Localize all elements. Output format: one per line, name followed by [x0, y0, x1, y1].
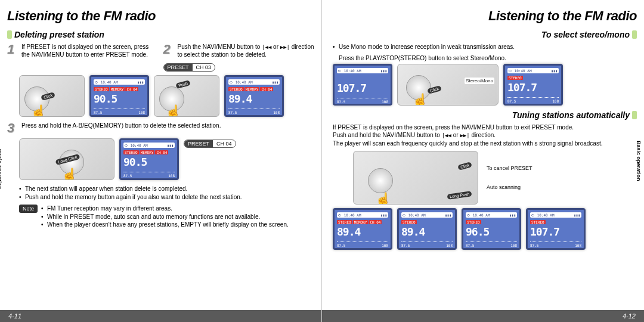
lcd-screen: ⏲ 10:40 AM▮▮▮ STEREO 107.7 87.5108 — [503, 64, 563, 106]
note-item: FM Tuner reception may vary in different… — [41, 205, 289, 213]
section-bullet — [7, 30, 12, 39]
lcd-screen: ⏲ 10:40 AM▮▮▮ STEREO 107.7 87.5108 — [526, 208, 586, 250]
lcd-screen: ⏲ 10:40 AM▮▮▮ STEREO 89.4 87.5108 — [397, 208, 457, 250]
lcd-screen: ⏲ 10:40 AM▮▮▮ 107.7 87.5108 — [333, 64, 392, 106]
section-tuning-auto: Tuning stations automatically If PRESET … — [329, 110, 637, 250]
step-number-2: 2 — [163, 43, 174, 58]
device-illustration: Click☝ — [19, 75, 85, 117]
page-footer-right: 4-12 — [322, 310, 644, 322]
lcd-screen: ⏲ 10:40 AM▮▮▮ STEREOMEMORYCH 04 90.5 87.… — [119, 138, 179, 180]
device-illustration: Push☝ — [154, 75, 219, 117]
device-illustration: Click ☝ Stereo/Mono — [397, 64, 499, 106]
bullet-item: Push and hold the memory button again if… — [19, 193, 314, 202]
section-title-stereo: To select stereo/mono — [541, 30, 630, 39]
device-illustration: Click Long Push ☝ — [353, 151, 478, 205]
auto-scanning-label: Auto scanning — [487, 184, 532, 190]
long-push-badge: Long Push — [447, 191, 472, 200]
note-item: When the player doesn't have any preset … — [41, 221, 289, 229]
hand-icon: ☝ — [165, 104, 181, 117]
cancel-preset-label: To cancel PRESET — [487, 165, 532, 171]
push-badge: Push — [175, 80, 190, 89]
section-title-tuning: Tuning stations automatically — [512, 110, 630, 120]
click-badge: Click — [457, 162, 472, 171]
section-title-delete: Deleting preset station — [14, 30, 104, 39]
note-item: While in PRESET mode, auto scan and auto… — [41, 213, 289, 221]
lcd-screen: ⏲ 10:40 AM▮▮▮ STEREO 96.5 87.5108 — [462, 208, 521, 250]
section-deleting-preset: Deleting preset station 1 If PRESET is n… — [7, 30, 314, 229]
lcd-screen: ⏲ 10:40 AM▮▮▮ STEREOMEMORYCH 04 89.4 87.… — [333, 208, 392, 250]
lcd-screen: ⏲ 10:40 AM▮▮▮ STEREOMEMORYCH 04 90.5 87.… — [89, 75, 149, 117]
stereo-mono-label: Stereo/Mono — [465, 78, 494, 84]
stereo-line2: Press the PLAY/STOP(STEREO) button to se… — [339, 55, 637, 61]
prev-track-icon: |◀◀ — [262, 44, 271, 51]
side-tab-right: Basic operation — [636, 141, 642, 149]
note-block: Note FM Tuner reception may vary in diff… — [19, 205, 314, 229]
side-tab-left: Basic operation — [0, 149, 2, 157]
page-title-left: Listening to the FM radio — [7, 8, 314, 24]
hand-icon: ☝ — [412, 93, 428, 106]
page-title-right: Listening to the FM radio — [329, 8, 637, 24]
prev-track-icon: |◀◀ — [442, 132, 451, 139]
preset-pill-ch03: PRESETCH 03 — [163, 63, 216, 72]
hand-icon: ☝ — [375, 192, 391, 205]
tuning-line2: Push and hold the NAVI/MENU button to |◀… — [333, 131, 637, 140]
step-number-3: 3 — [7, 122, 18, 135]
tuning-line1: If PRESET is displayed on the screen, pr… — [333, 123, 637, 132]
section-bullet — [632, 30, 637, 39]
step-1-text: If PRESET is not displayed on the screen… — [21, 43, 159, 58]
page-right: Basic operation Listening to the FM radi… — [322, 0, 644, 322]
next-track-icon: ▶▶| — [280, 44, 290, 51]
device-illustration: Long Click☝ — [19, 138, 114, 180]
note-label: Note — [19, 205, 38, 213]
bullet-item: The next station will appear when statio… — [19, 185, 314, 193]
step-3-text: Press and hold the A-B/EQ(MEMORY) button… — [21, 122, 221, 135]
stereo-line1: Use Mono mode to increase reception in w… — [333, 43, 637, 51]
preset-pill-ch04: PRESETCH 04 — [184, 140, 236, 148]
section-stereo-mono: To select stereo/mono Use Mono mode to i… — [329, 30, 637, 106]
tuning-line3: The player will scan each frequency quic… — [333, 140, 637, 148]
page-footer-left: 4-11 — [0, 310, 321, 322]
hand-icon: ☝ — [61, 168, 78, 180]
section-bullet — [632, 111, 637, 119]
bullet-list: The next station will appear when statio… — [19, 185, 314, 201]
page-left: Basic operation Listening to the FM radi… — [0, 0, 322, 322]
next-track-icon: ▶▶| — [460, 132, 469, 139]
step-2-text: Push the NAVI/MENU button to |◀◀ or ▶▶| … — [178, 43, 315, 58]
step-number-1: 1 — [7, 43, 18, 58]
lcd-screen: ⏲ 10:40 AM▮▮▮ STEREOMEMORYCH 04 89.4 87.… — [224, 75, 284, 117]
hand-icon: ☝ — [30, 104, 47, 117]
